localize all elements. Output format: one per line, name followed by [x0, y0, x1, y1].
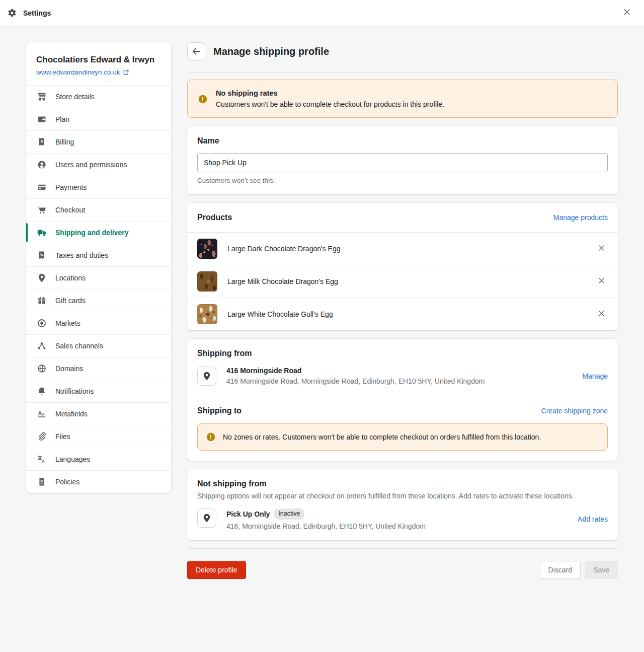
svg-text:A: A [38, 411, 42, 417]
users-icon [37, 160, 47, 170]
product-name: Large White Chocolate Gull's Egg [227, 310, 585, 318]
name-helper-text: Customers won’t see this. [197, 177, 608, 184]
sidebar-item-languages[interactable]: ALanguages [26, 448, 171, 470]
dark-egg-thumbnail [197, 239, 217, 259]
sidebar-item-label: Checkout [55, 206, 85, 214]
sidebar-item-users-and-permissions[interactable]: Users and permissions [26, 153, 171, 176]
product-row: Large White Chocolate Gull's Egg [187, 298, 618, 330]
sidebar-item-billing[interactable]: $Billing [26, 130, 171, 153]
remove-product-button[interactable] [595, 274, 608, 288]
location-pin-icon [202, 371, 212, 381]
sidebar-item-label: Files [55, 432, 70, 441]
location-pin-box [197, 367, 216, 386]
sidebar-item-markets[interactable]: Markets [26, 312, 171, 334]
sidebar-item-label: Plan [55, 115, 69, 123]
sidebar-item-gift-cards[interactable]: Gift cards [26, 289, 171, 312]
paperclip-icon [37, 431, 47, 442]
store-url-link[interactable]: www.edwardandirwyn.co.uk [36, 68, 161, 76]
location-pin-icon [37, 273, 47, 283]
inactive-location: Pick Up Only Inactive 416, Morningside R… [197, 509, 608, 530]
sidebar-item-label: Metafields [55, 410, 88, 418]
shipping-from-section: Shipping from 416 Morningside Road 416 M… [187, 339, 618, 396]
not-shipping-from-card: Not shipping from Shipping options will … [187, 469, 618, 540]
svg-text:a: a [42, 412, 45, 417]
remove-product-button[interactable] [595, 307, 608, 321]
no-zones-banner-text: No zones or rates. Customers won't be ab… [223, 433, 541, 441]
sidebar-item-label: Markets [55, 319, 80, 327]
svg-text:$: $ [41, 139, 43, 144]
white-egg-thumbnail [197, 304, 217, 324]
profile-name-input[interactable] [197, 153, 608, 172]
close-icon[interactable] [622, 7, 632, 19]
sidebar-item-label: Users and permissions [55, 161, 127, 169]
sidebar-item-payments[interactable]: Payments [26, 176, 171, 198]
product-row: Large Milk Chocolate Dragon's Egg [187, 265, 618, 298]
languages-icon: A [37, 454, 47, 464]
back-button[interactable] [187, 42, 205, 60]
domains-icon [37, 364, 47, 374]
inactive-location-address: 416, Morningside Road, Edinburgh, EH10 5… [226, 522, 568, 530]
shipping-to-heading: Shipping to [197, 406, 242, 415]
banner-body: Customers won't be able to complete chec… [216, 100, 444, 108]
no-zones-banner: No zones or rates. Customers won't be ab… [197, 423, 608, 451]
sidebar-item-metafields[interactable]: AaMetafields [26, 402, 171, 425]
inactive-location-name: Pick Up Only [226, 510, 270, 518]
sidebar-item-notifications[interactable]: Notifications [26, 380, 171, 402]
location-pin-icon [202, 513, 212, 523]
bell-icon [37, 386, 47, 396]
sidebar-item-domains[interactable]: Domains [26, 357, 171, 380]
sidebar-item-sales-channels[interactable]: Sales channels [26, 334, 171, 357]
shipping-to-section: Shipping to Create shipping zone No zone… [187, 396, 618, 461]
location-pin-box [197, 509, 216, 528]
sidebar-item-plan[interactable]: Plan [26, 108, 171, 130]
add-rates-link[interactable]: Add rates [578, 515, 608, 523]
close-icon [597, 309, 606, 318]
sidebar-item-label: Store details [55, 93, 95, 101]
close-icon [622, 7, 632, 17]
settings-sidebar: Chocolatiers Edward & Irwyn www.edwardan… [26, 42, 171, 493]
footer-divider [187, 548, 618, 549]
sidebar-item-label: Taxes and duties [55, 251, 108, 259]
sidebar-item-locations[interactable]: Locations [26, 266, 171, 289]
not-shipping-from-description: Shipping options will not appear at chec… [197, 492, 608, 500]
discard-button[interactable]: Discard [540, 561, 581, 579]
sidebar-item-label: Languages [55, 455, 90, 463]
external-link-icon [123, 69, 129, 76]
manage-location-link[interactable]: Manage [582, 372, 608, 380]
delete-profile-button[interactable]: Delete profile [187, 561, 246, 579]
gear-icon [7, 8, 17, 18]
topbar: Settings [0, 0, 644, 26]
sidebar-item-label: Gift cards [55, 297, 86, 305]
close-icon [597, 276, 606, 285]
sidebar-nav: Store detailsPlan$BillingUsers and permi… [26, 85, 171, 493]
topbar-title: Settings [23, 9, 51, 17]
sidebar-item-checkout[interactable]: Checkout [26, 198, 171, 221]
manage-products-link[interactable]: Manage products [553, 213, 608, 222]
shipping-from-location: 416 Morningside Road 416 Morningside Roa… [197, 367, 608, 386]
metafields-icon: Aa [37, 409, 47, 419]
no-shipping-rates-banner: No shipping rates Customers won't be abl… [187, 80, 618, 118]
product-list: Large Dark Chocolate Dragon's EggLarge M… [187, 232, 618, 330]
warning-icon [198, 90, 208, 108]
markets-icon [37, 318, 47, 328]
sidebar-item-files[interactable]: Files [26, 425, 171, 448]
shipping-card: Shipping from 416 Morningside Road 416 M… [187, 339, 618, 461]
sidebar-item-label: Billing [55, 138, 74, 146]
sidebar-item-policies[interactable]: Policies [26, 470, 171, 493]
products-heading: Products [197, 213, 232, 222]
payments-icon [37, 182, 47, 192]
save-button[interactable]: Save [585, 561, 618, 579]
sidebar-item-label: Notifications [55, 387, 94, 395]
sidebar-item-taxes-and-duties[interactable]: %Taxes and duties [26, 244, 171, 266]
create-shipping-zone-link[interactable]: Create shipping zone [541, 407, 608, 415]
product-name: Large Dark Chocolate Dragon's Egg [227, 245, 585, 253]
not-shipping-from-heading: Not shipping from [197, 479, 608, 488]
sidebar-item-shipping-and-delivery[interactable]: Shipping and delivery [26, 221, 171, 244]
sidebar-item-store-details[interactable]: Store details [26, 85, 171, 108]
banner-title: No shipping rates [216, 89, 444, 97]
sidebar-item-label: Locations [55, 274, 86, 282]
store-name: Chocolatiers Edward & Irwyn [36, 53, 161, 66]
sidebar-item-label: Sales channels [55, 342, 103, 350]
remove-product-button[interactable] [595, 242, 608, 256]
sidebar-item-label: Domains [55, 365, 83, 373]
